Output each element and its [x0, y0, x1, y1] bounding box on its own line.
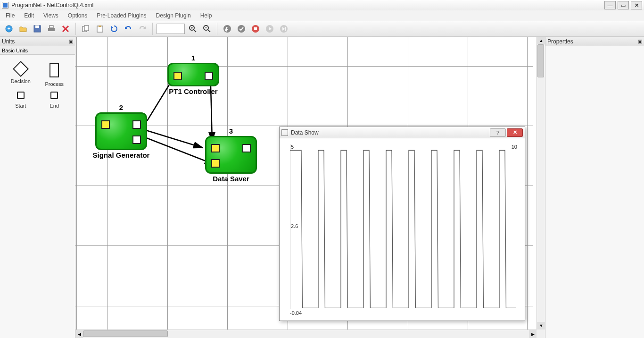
- y-tick-label: 2.6: [291, 223, 298, 229]
- play-button[interactable]: [264, 23, 276, 35]
- horizontal-scrollbar[interactable]: ◀ ▶: [75, 330, 537, 338]
- process-icon: [50, 63, 59, 77]
- zoom-input[interactable]: [157, 24, 185, 34]
- dialog-close-button[interactable]: ✕: [507, 128, 523, 137]
- step-button[interactable]: [278, 23, 290, 35]
- menubar: File Edit Views Options Pre-Loaded Plugi…: [0, 10, 644, 21]
- scroll-left-arrow[interactable]: ◀: [75, 330, 83, 338]
- canvas[interactable]: 1 PT1 Controller 2 Signal Generator 3 Da…: [75, 37, 545, 338]
- unit-process[interactable]: Process: [38, 63, 72, 87]
- svg-line-24: [147, 79, 173, 121]
- svg-line-27: [141, 136, 214, 164]
- unit-label: Start: [15, 103, 26, 109]
- scroll-up-arrow[interactable]: ▲: [537, 37, 545, 44]
- print-button[interactable]: [45, 23, 58, 35]
- units-panel-header: Units ▣: [0, 37, 75, 46]
- open-button[interactable]: [17, 23, 29, 35]
- input-port[interactable]: [101, 120, 110, 129]
- copy-button[interactable]: [80, 23, 92, 35]
- block-label: PT1 Controller: [169, 87, 217, 95]
- svg-line-28: [141, 129, 203, 148]
- svg-line-11: [194, 30, 196, 32]
- run-button[interactable]: [221, 23, 233, 35]
- menu-design[interactable]: Design Plugin: [152, 11, 195, 20]
- window-titlebar: ProgramNet - NetControlQt4.xml — ▭ ✕: [0, 0, 644, 10]
- scroll-down-arrow[interactable]: ▼: [537, 322, 545, 330]
- properties-panel-title: Properties: [547, 38, 573, 45]
- app-icon: [2, 2, 8, 8]
- help-button[interactable]: ?: [490, 128, 506, 137]
- pin-icon[interactable]: ▣: [638, 39, 642, 44]
- block-number: 1: [191, 54, 195, 62]
- start-icon: [17, 92, 25, 99]
- minimize-button[interactable]: —: [604, 1, 616, 9]
- toolbar: +: [0, 21, 644, 37]
- output-port[interactable]: [205, 72, 213, 80]
- vertical-scrollbar[interactable]: ▲ ▼: [537, 37, 545, 330]
- menu-options[interactable]: Options: [64, 11, 91, 20]
- properties-panel-header: Properties ▣: [545, 37, 644, 46]
- input-port[interactable]: [211, 144, 220, 152]
- paste-button[interactable]: [94, 23, 106, 35]
- data-show-dialog[interactable]: Data Show ? ✕ 5 2.6 -0.04 10: [279, 127, 525, 321]
- dialog-title: Data Show: [291, 129, 489, 136]
- block-pt1-controller[interactable]: 1 PT1 Controller: [167, 63, 219, 86]
- block-number: 2: [119, 103, 123, 111]
- scroll-right-arrow[interactable]: ▶: [529, 330, 537, 338]
- menu-edit[interactable]: Edit: [20, 11, 38, 20]
- x-tick-label: 10: [512, 144, 517, 150]
- block-label: Data Saver: [213, 175, 249, 183]
- stop-button[interactable]: [249, 23, 262, 35]
- menu-preloaded[interactable]: Pre-Loaded Plugins: [93, 11, 150, 20]
- check-button[interactable]: [235, 23, 248, 35]
- new-button[interactable]: +: [3, 23, 15, 35]
- svg-rect-9: [99, 25, 101, 27]
- menu-views[interactable]: Views: [40, 11, 62, 20]
- svg-point-18: [238, 25, 245, 33]
- zoom-out-button[interactable]: [201, 23, 213, 35]
- svg-rect-4: [48, 28, 55, 31]
- zoom-in-button[interactable]: [187, 23, 199, 35]
- refresh-button[interactable]: [108, 23, 120, 35]
- menu-file[interactable]: File: [2, 11, 18, 20]
- input-port[interactable]: [211, 159, 220, 168]
- svg-line-15: [208, 30, 210, 32]
- svg-text:+: +: [7, 25, 10, 32]
- output-port[interactable]: [242, 144, 251, 152]
- properties-panel: Properties ▣: [545, 37, 644, 338]
- delete-button[interactable]: [59, 23, 72, 35]
- pin-icon[interactable]: ▣: [69, 39, 73, 44]
- window-title: ProgramNet - NetControlQt4.xml: [11, 2, 603, 8]
- y-tick-label: 5: [291, 144, 294, 150]
- scrollbar-thumb[interactable]: [83, 330, 168, 337]
- unit-start[interactable]: Start: [4, 92, 38, 109]
- block-signal-generator[interactable]: 2 Signal Generator: [95, 112, 147, 150]
- end-icon: [50, 92, 58, 99]
- unit-label: End: [50, 103, 59, 109]
- units-panel: Units ▣ Basic Units Decision Process Sta…: [0, 37, 75, 338]
- output-port[interactable]: [132, 135, 141, 144]
- menu-help[interactable]: Help: [197, 11, 216, 20]
- units-panel-title: Units: [2, 38, 15, 45]
- dialog-icon: [281, 129, 288, 136]
- scrollbar-thumb[interactable]: [537, 44, 544, 77]
- output-port[interactable]: [132, 120, 141, 129]
- block-label: Signal Generator: [93, 151, 150, 159]
- unit-decision[interactable]: Decision: [4, 63, 38, 87]
- block-data-saver[interactable]: 3 Data Saver: [205, 136, 257, 174]
- y-tick-label: -0.04: [290, 310, 302, 316]
- dialog-titlebar[interactable]: Data Show ? ✕: [280, 127, 525, 138]
- svg-rect-20: [254, 27, 257, 30]
- plot-area: 5 2.6 -0.04 10: [290, 144, 516, 309]
- redo-button[interactable]: [136, 23, 149, 35]
- svg-rect-3: [35, 25, 39, 28]
- unit-end[interactable]: End: [38, 92, 72, 109]
- input-port[interactable]: [173, 72, 182, 80]
- close-button[interactable]: ✕: [631, 1, 642, 9]
- decision-icon: [13, 61, 29, 77]
- svg-rect-7: [84, 25, 89, 31]
- units-subheader: Basic Units: [0, 46, 75, 55]
- undo-button[interactable]: [122, 23, 134, 35]
- save-button[interactable]: [31, 23, 43, 35]
- maximize-button[interactable]: ▭: [618, 1, 629, 9]
